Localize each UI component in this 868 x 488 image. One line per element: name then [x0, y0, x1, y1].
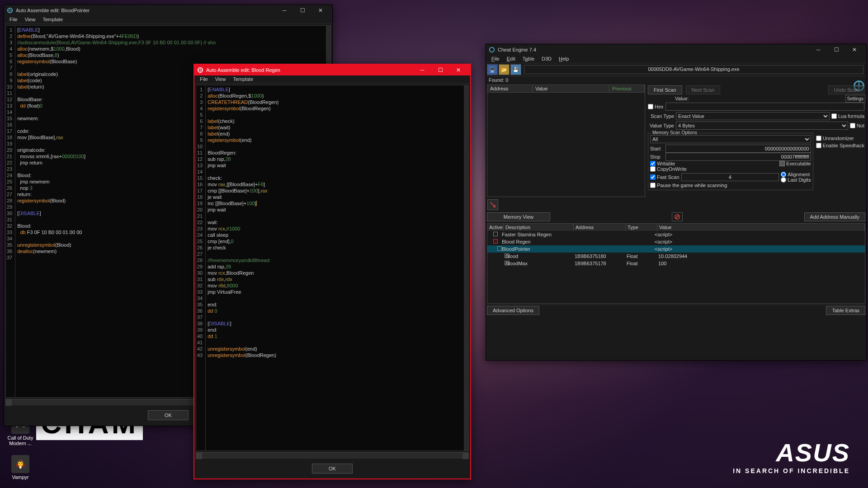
fastscan-value-input[interactable] — [681, 173, 779, 181]
column-address[interactable]: Address — [487, 85, 533, 92]
svg-point-2 — [490, 47, 495, 52]
close-button[interactable]: ✕ — [311, 5, 330, 16]
menu-help[interactable]: Help — [555, 55, 573, 63]
pause-game-checkbox[interactable]: Pause the game while scanning — [650, 183, 811, 188]
lastdigits-radio[interactable]: Last Digits — [781, 177, 811, 183]
table-extras-button[interactable]: Table Extras — [826, 306, 865, 315]
copyonwrite-checkbox[interactable]: CopyOnWrite — [650, 166, 811, 172]
menu-file[interactable]: File — [196, 75, 212, 83]
scrollbar-horizontal[interactable] — [196, 452, 469, 459]
column-active[interactable]: Active — [487, 224, 504, 231]
minimize-button[interactable]: ─ — [275, 5, 293, 16]
close-button[interactable]: ✕ — [845, 44, 863, 55]
executable-checkbox[interactable]: Executable — [779, 161, 811, 166]
add-address-manually-button[interactable]: Add Address Manually — [804, 212, 865, 221]
ok-button[interactable]: OK — [148, 410, 189, 420]
value-type-select[interactable]: 4 Bytes — [676, 122, 848, 130]
code-editor[interactable]: 1234567891011121314151617181920212223242… — [196, 85, 469, 451]
table-row[interactable]: Faster Stamina Regen<script> — [487, 231, 865, 238]
scan-results-list[interactable]: Address Value Previous — [487, 84, 645, 197]
menubar: File View Template — [4, 16, 332, 24]
first-scan-button[interactable]: First Scan — [648, 85, 682, 94]
not-checkbox[interactable]: Not — [850, 123, 864, 128]
menu-d3d[interactable]: D3D — [538, 55, 555, 63]
menu-table[interactable]: Table — [519, 55, 538, 63]
menu-template[interactable]: Template — [229, 75, 257, 83]
arrow-icon[interactable] — [487, 199, 498, 210]
close-button[interactable]: ✕ — [449, 65, 467, 75]
desktop-icon[interactable]: 🧛Vampyr — [5, 455, 36, 480]
table-row[interactable]: Blood Regen<script> — [487, 238, 865, 245]
memory-scan-options-label: Memory Scan Options — [651, 130, 698, 135]
fastscan-checkbox[interactable]: Fast Scan — [650, 174, 679, 180]
maximize-button[interactable]: ☐ — [827, 44, 845, 55]
menu-file[interactable]: File — [488, 55, 503, 63]
settings-button[interactable]: Settings — [845, 95, 865, 103]
column-previous[interactable]: Previous — [609, 85, 645, 92]
alignment-radio[interactable]: Alignment — [781, 172, 811, 177]
menu-view[interactable]: View — [21, 16, 39, 23]
window-title: Auto Assemble edit: Blood Regen — [206, 67, 413, 73]
stop-address-input[interactable] — [665, 153, 811, 161]
hex-checkbox[interactable]: Hex — [648, 104, 664, 109]
column-address[interactable]: Address — [574, 224, 626, 231]
start-address-input[interactable] — [665, 145, 811, 153]
writable-checkbox[interactable]: Writable — [650, 161, 675, 166]
open-file-button[interactable]: 📂 — [499, 64, 509, 75]
lua-formula-checkbox[interactable]: Lua formula — [831, 113, 864, 119]
menu-view[interactable]: View — [212, 75, 230, 83]
window-title: Auto Assemble edit: BloodPointer — [16, 8, 275, 13]
minimize-button[interactable]: ─ — [809, 44, 827, 55]
next-scan-button[interactable]: Next Scan — [686, 85, 721, 94]
window-cheat-engine[interactable]: Cheat Engine 7.4 ─ ☐ ✕ File Edit Table D… — [486, 44, 867, 361]
titlebar[interactable]: Auto Assemble edit: Blood Regen ─ ☐ ✕ — [194, 65, 470, 75]
svg-line-5 — [675, 215, 679, 219]
column-description[interactable]: Description — [504, 224, 574, 231]
menu-template[interactable]: Template — [39, 16, 66, 23]
unrandomizer-checkbox[interactable]: Unrandomizer — [816, 136, 864, 141]
menubar: File Edit Table D3D Help — [486, 55, 866, 63]
scan-type-select[interactable]: Exact Value — [676, 112, 830, 120]
value-input[interactable] — [665, 103, 864, 111]
cheat-engine-icon — [197, 67, 203, 73]
window-title: Cheat Engine 7.4 — [498, 47, 809, 52]
menu-edit[interactable]: Edit — [503, 55, 519, 63]
scan-type-label: Scan Type — [648, 113, 674, 119]
value-type-label: Value Type — [648, 123, 674, 128]
scan-region-select[interactable]: All — [650, 135, 811, 143]
maximize-button[interactable]: ☐ — [431, 65, 449, 75]
process-name: 00005DD8-AVGame-Win64-Shipping.exe — [524, 65, 863, 74]
speedhack-checkbox[interactable]: Enable Speedhack — [816, 143, 864, 148]
asus-logo: ASUS IN SEARCH OF INCREDIBLE — [733, 438, 850, 474]
table-row[interactable]: BloodMax1B9B6375178Float100 — [487, 260, 865, 267]
titlebar[interactable]: Auto Assemble edit: BloodPointer ─ ☐ ✕ — [4, 5, 332, 16]
maximize-button[interactable]: ☐ — [293, 5, 311, 16]
window-auto-assemble-bloodregen[interactable]: Auto Assemble edit: Blood Regen ─ ☐ ✕ Fi… — [193, 64, 471, 479]
memory-view-button[interactable]: Memory View — [487, 212, 550, 221]
column-value[interactable]: Value — [533, 85, 609, 92]
table-row[interactable]: Blood1B9B6375180Float10.02802944 — [487, 253, 865, 260]
save-button[interactable]: 💾 — [510, 64, 521, 75]
column-type[interactable]: Type — [626, 224, 657, 231]
address-list[interactable]: Active Description Address Type Value Fa… — [487, 223, 865, 304]
open-process-button[interactable]: 🖥️ — [487, 64, 498, 75]
cheat-engine-icon — [7, 7, 13, 14]
advanced-options-button[interactable]: Advanced Options — [487, 306, 539, 315]
menu-file[interactable]: File — [6, 16, 21, 23]
minimize-button[interactable]: ─ — [413, 65, 431, 75]
scrollbar-vertical[interactable] — [464, 85, 468, 450]
nosign-icon[interactable] — [672, 212, 683, 221]
cheat-engine-icon — [489, 47, 495, 53]
table-row[interactable]: BloodPointer<script> — [487, 245, 865, 253]
value-label: Value: — [675, 96, 689, 101]
ok-button[interactable]: OK — [312, 464, 353, 474]
column-value[interactable]: Value — [657, 224, 865, 231]
titlebar[interactable]: Cheat Engine 7.4 ─ ☐ ✕ — [486, 44, 866, 55]
found-count: Found: 0 — [486, 76, 866, 84]
undo-scan-button[interactable]: Undo Scan — [828, 85, 864, 94]
menubar: File View Template — [194, 75, 470, 84]
